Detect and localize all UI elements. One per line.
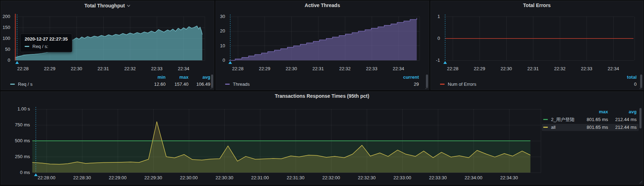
legend-stat-total: 0 — [634, 82, 637, 87]
series-color-dash — [440, 84, 445, 85]
panel-active-threads: Active Threads current Threads 29 010203… — [216, 1, 429, 90]
annotation-marker[interactable] — [34, 173, 38, 176]
panel-resize-handle[interactable] — [639, 181, 642, 184]
series-color-dash — [25, 46, 29, 47]
series-color-dash — [225, 84, 230, 85]
errors-chart-canvas[interactable] — [431, 1, 644, 90]
annotation-marker[interactable] — [443, 61, 447, 64]
legend-stat-header-total[interactable]: total — [627, 74, 637, 80]
legend-row-user-login[interactable]: 2_用户登陆 801.65 ms 212.44 ms — [542, 116, 639, 123]
legend-stat-avg: 212.44 ms — [615, 124, 637, 131]
panel-transactions-response-times: Transactions Response Times (95th pct) m… — [1, 91, 643, 185]
legend-row-all[interactable]: all 801.65 ms 212.44 ms — [542, 124, 639, 131]
panel-resize-handle[interactable] — [425, 86, 428, 89]
grafana-dashboard: { "panels": { "throughput": { "title": "… — [0, 0, 644, 186]
legend-stat-current: 29 — [414, 82, 419, 87]
legend-series-user-login[interactable]: 2_用户登陆 — [543, 116, 574, 123]
tooltip-timestamp: 2020-12-27 22:27:35 — [25, 36, 68, 42]
legend-stat-avg: 212.44 ms — [615, 116, 637, 123]
legend-series-threads[interactable]: Threads — [225, 82, 250, 87]
tooltip-series: Req / s: — [25, 44, 68, 49]
series-color-dash — [543, 119, 548, 120]
legend-stat-header-min[interactable]: min — [157, 74, 166, 80]
legend-scrollbar[interactable] — [639, 108, 642, 128]
annotation-marker[interactable] — [16, 61, 19, 64]
legend-series-req-s[interactable]: Req / s — [10, 82, 32, 87]
series-fill — [229, 18, 417, 60]
legend-stat-header-max[interactable]: max — [599, 108, 608, 115]
legend-stat-max: 801.65 ms — [587, 116, 608, 123]
annotation-marker[interactable] — [228, 61, 232, 64]
panel-resize-handle[interactable] — [210, 86, 213, 89]
legend-stat-header-avg[interactable]: avg — [629, 108, 637, 115]
legend-series-num-of-errors[interactable]: Num of Errors — [440, 82, 476, 87]
threads-chart-canvas[interactable] — [216, 1, 429, 90]
chart-tooltip: 2020-12-27 22:27:35 Req / s: — [20, 34, 72, 52]
legend-stat-max: 801.65 ms — [587, 124, 608, 131]
panel-resize-handle[interactable] — [639, 86, 642, 89]
legend-stat-avg: 106.49 — [196, 82, 210, 87]
legend-header-row: max avg — [542, 108, 639, 115]
legend-stat-header-current[interactable]: current — [403, 74, 419, 80]
legend-stat-header-avg[interactable]: avg — [203, 74, 210, 80]
panel-total-errors: Total Errors total Num of Errors 0 -1012… — [431, 1, 643, 90]
legend-series-all[interactable]: all — [543, 124, 556, 131]
legend-stat-max: 157.40 — [174, 82, 188, 87]
legend-stat-header-max[interactable]: max — [179, 74, 188, 80]
panel-total-throughput: Total Throughput 2020-12-27 22:27:35 Req… — [1, 1, 214, 90]
series-color-dash — [543, 127, 548, 128]
series-color-dash — [10, 84, 15, 85]
legend-stat-min: 12.60 — [154, 82, 166, 87]
response-times-chart-canvas[interactable] — [1, 92, 644, 185]
